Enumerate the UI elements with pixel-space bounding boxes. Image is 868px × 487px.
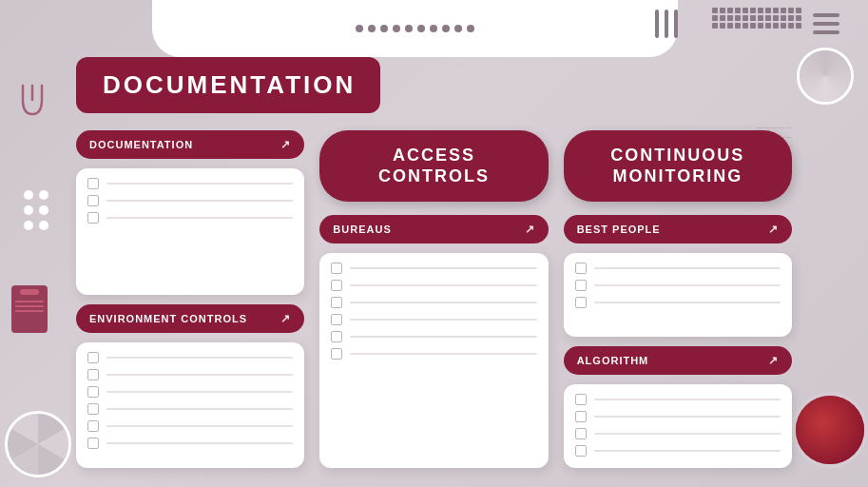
checkbox[interactable] — [331, 331, 342, 342]
connector-dot — [454, 25, 462, 32]
line — [350, 353, 536, 355]
list-item — [87, 438, 293, 449]
access-controls-pill: ACCESSCONTROLS — [319, 130, 548, 202]
vert-lines-deco — [655, 10, 678, 38]
line — [594, 433, 781, 435]
checkbox[interactable] — [87, 352, 99, 363]
line — [106, 200, 293, 202]
left-top-pill-arrow: ↗ — [280, 138, 291, 151]
access-controls-label: ACCESSCONTROLS — [378, 146, 490, 185]
left-top-pill-label: DOCUMENTATION — [89, 139, 193, 150]
line — [106, 425, 293, 427]
left-column: DOCUMENTATION ↗ ENVIRONMENT CONTROLS ↗ — [76, 130, 304, 468]
checkbox[interactable] — [575, 394, 587, 405]
checkbox[interactable] — [331, 348, 342, 360]
middle-card — [319, 253, 548, 468]
checkbox[interactable] — [331, 297, 342, 308]
line — [594, 450, 781, 452]
list-item — [575, 394, 781, 405]
list-item — [87, 352, 293, 363]
main-container: DOCUMENTATION DOCUMENTATION ↗ ENVIRONMEN… — [76, 57, 792, 468]
line — [350, 319, 536, 321]
left-card-bottom — [76, 342, 304, 469]
list-item — [87, 212, 293, 224]
right-sub-pill-1: BEST PEOPLE ↗ — [564, 215, 792, 244]
line — [350, 267, 536, 269]
continuous-monitoring-label: CONTINUOUSMONITORING — [610, 146, 744, 185]
list-item — [87, 195, 293, 206]
checkbox[interactable] — [87, 403, 99, 415]
checkbox[interactable] — [331, 263, 342, 274]
checkbox[interactable] — [87, 438, 99, 449]
connector-dot — [430, 25, 437, 32]
grid-deco — [712, 8, 801, 29]
documentation-title: DOCUMENTATION — [103, 70, 356, 99]
right-sub-pill-1-arrow: ↗ — [768, 223, 779, 236]
top-row: DOCUMENTATION — [76, 57, 792, 113]
line — [594, 284, 781, 286]
right-card-bottom — [564, 384, 792, 468]
connector-dot — [442, 25, 450, 32]
checkbox[interactable] — [87, 195, 99, 206]
list-item — [87, 420, 293, 432]
checkbox[interactable] — [87, 369, 99, 380]
list-item — [575, 428, 781, 439]
line — [106, 183, 293, 185]
middle-sub-pill-label: BUREAUS — [333, 224, 391, 235]
list-item — [87, 403, 293, 415]
left-bottom-pill-label: ENVIRONMENT CONTROLS — [89, 313, 247, 324]
left-card-top — [76, 168, 304, 295]
continuous-monitoring-pill: CONTINUOUSMONITORING — [564, 130, 792, 202]
checkbox[interactable] — [575, 297, 587, 308]
middle-sub-pill: BUREAUS ↗ — [319, 215, 548, 244]
line — [106, 442, 293, 444]
documentation-banner: DOCUMENTATION — [76, 57, 380, 113]
checkbox[interactable] — [331, 314, 342, 325]
left-circle-bottom — [5, 411, 71, 477]
middle-sub-pill-arrow: ↗ — [525, 223, 535, 236]
checkbox[interactable] — [575, 445, 587, 457]
line — [350, 302, 536, 303]
line — [106, 391, 293, 393]
connector-dot — [417, 25, 425, 32]
columns-area: DOCUMENTATION ↗ ENVIRONMENT CONTROLS ↗ — [76, 130, 792, 468]
list-item — [575, 263, 781, 274]
checkbox[interactable] — [331, 280, 342, 291]
list-item — [331, 331, 536, 342]
checkbox[interactable] — [87, 420, 99, 432]
right-circle-top — [797, 48, 854, 105]
connector-dot — [467, 25, 474, 32]
right-sub-pill-2-arrow: ↗ — [768, 354, 779, 367]
list-item — [575, 411, 781, 422]
list-item — [331, 348, 536, 360]
list-item — [331, 314, 536, 325]
list-item — [331, 297, 536, 308]
checkbox[interactable] — [87, 386, 99, 398]
connector-dot — [380, 25, 388, 32]
checkbox[interactable] — [575, 428, 587, 439]
right-circle-bottom — [792, 392, 868, 468]
list-item — [331, 263, 536, 274]
clipboard-deco — [11, 285, 48, 333]
right-sub-pill-2-label: ALGORITHM — [577, 355, 649, 366]
checkbox[interactable] — [87, 212, 99, 224]
list-item — [331, 280, 536, 291]
connector-dot — [393, 25, 400, 32]
left-icon-deco — [13, 81, 51, 123]
left-dots-deco — [24, 190, 48, 230]
list-item — [575, 445, 781, 457]
left-bottom-pill: ENVIRONMENT CONTROLS ↗ — [76, 304, 304, 333]
menu-icon-deco — [813, 13, 839, 34]
connector-dot — [368, 25, 376, 32]
checkbox[interactable] — [575, 411, 587, 422]
left-top-pill: DOCUMENTATION ↗ — [76, 130, 304, 159]
checkbox[interactable] — [575, 263, 587, 274]
right-column: CONTINUOUSMONITORING BEST PEOPLE ↗ ALGOR… — [564, 130, 792, 468]
line — [106, 217, 293, 219]
connector-dot — [405, 25, 413, 32]
checkbox[interactable] — [575, 280, 587, 291]
line — [594, 302, 781, 303]
checkbox[interactable] — [87, 178, 99, 189]
line — [594, 267, 781, 269]
list-item — [575, 280, 781, 291]
